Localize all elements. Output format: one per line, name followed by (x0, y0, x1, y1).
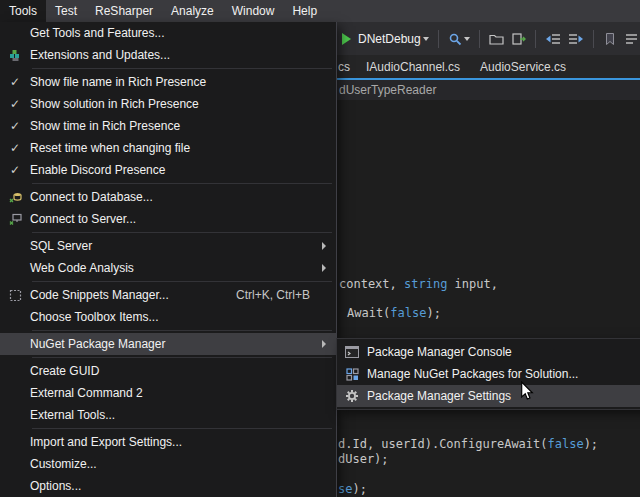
menu-window[interactable]: Window (223, 0, 284, 22)
menu-item-options[interactable]: Options... (0, 475, 336, 497)
menu-item-package-manager-settings[interactable]: Package Manager Settings (337, 385, 640, 407)
menu-item-web-code-analysis[interactable]: Web Code Analysis (0, 257, 336, 279)
menu-item-enable-discord-presence[interactable]: Enable Discord Presence (0, 159, 336, 181)
menu-item-create-guid[interactable]: Create GUID (0, 360, 336, 382)
export-file-button[interactable] (511, 32, 526, 46)
code-text: d.Id, userId).ConfigureAwait( (338, 437, 548, 451)
menu-item-label: Code Snippets Manager... (30, 288, 236, 302)
submenu-arrow-icon (322, 264, 326, 272)
console-icon (337, 346, 367, 358)
play-icon (342, 33, 351, 45)
menu-item-label: Choose Toolbox Items... (30, 310, 336, 324)
chevron-down-icon (464, 37, 470, 41)
submenu-arrow-icon (322, 340, 326, 348)
menu-item-label: External Command 2 (30, 386, 336, 400)
code-text: ); (584, 437, 598, 451)
menu-item-label: Reset time when changing file (30, 141, 336, 155)
menu-separator (32, 428, 332, 429)
code-line: context, string input, (339, 277, 498, 291)
menu-separator (32, 183, 332, 184)
menu-item-choose-toolbox-items[interactable]: Choose Toolbox Items... (0, 306, 336, 328)
code-keyword: false (548, 437, 584, 451)
menu-item-connect-to-server[interactable]: Connect to Server... (0, 208, 336, 230)
menu-item-label: Extensions and Updates... (30, 48, 336, 62)
menu-item-label: Connect to Database... (30, 190, 336, 204)
menu-item-label: Show solution in Rich Presence (30, 97, 336, 111)
bookmark-button[interactable] (603, 32, 617, 46)
code-text: input, (447, 277, 498, 291)
file-export-icon (511, 32, 526, 46)
task-list-button[interactable] (624, 32, 639, 46)
menu-separator (32, 330, 332, 331)
menu-item-show-solution-in-rich-presence[interactable]: Show solution in Rich Presence (0, 93, 336, 115)
toolbar-separator (479, 30, 480, 48)
find-dropdown-button[interactable] (448, 32, 470, 46)
menu-separator (32, 232, 332, 233)
server-connect-icon (0, 213, 30, 226)
open-folder-button[interactable] (489, 32, 504, 46)
shift-left-icon (545, 32, 561, 46)
code-line: dUser); (338, 452, 389, 466)
menu-item-label: Show time in Rich Presence (30, 119, 336, 133)
start-debugging-button[interactable] (342, 33, 351, 45)
menu-item-sql-server[interactable]: SQL Server (0, 235, 336, 257)
menu-item-label: Options... (30, 479, 336, 493)
list-icon (624, 32, 639, 46)
tools-menu: Get Tools and Features... Extensions and… (0, 22, 337, 497)
menu-item-label: Get Tools and Features... (30, 26, 336, 40)
document-tab[interactable]: IAudioChannel.cs (356, 55, 470, 78)
breadcrumb-text: dUserTypeReader (339, 83, 436, 97)
menu-item-nuget-package-manager[interactable]: NuGet Package Manager (0, 333, 336, 355)
code-keyword: se (338, 482, 352, 496)
menu-item-label: NuGet Package Manager (30, 337, 322, 351)
menu-item-get-tools-and-features[interactable]: Get Tools and Features... (0, 22, 336, 44)
code-text: dUser); (338, 452, 389, 466)
chevron-down-icon (423, 37, 429, 41)
code-text: context, (339, 277, 404, 291)
debug-target-dropdown[interactable]: DNetDebug (358, 32, 429, 46)
menu-item-show-file-name-in-rich-presence[interactable]: Show file name in Rich Presence (0, 71, 336, 93)
shift-left-button[interactable] (545, 32, 561, 46)
menu-item-manage-nuget-packages-for-solution[interactable]: Manage NuGet Packages for Solution... (337, 363, 640, 385)
code-line: se); (338, 482, 367, 496)
menu-item-label: Manage NuGet Packages for Solution... (367, 367, 640, 381)
menu-item-external-command-2[interactable]: External Command 2 (0, 382, 336, 404)
database-connect-icon (0, 191, 30, 204)
document-tab[interactable]: cs (337, 55, 356, 78)
ide-window: context, string input, Await(false); d.I… (0, 0, 640, 497)
checkmark-icon (0, 97, 30, 111)
menu-resharper[interactable]: ReSharper (86, 0, 162, 22)
menu-item-label: External Tools... (30, 408, 336, 422)
code-keyword: false (390, 306, 426, 320)
menu-item-label: Enable Discord Presence (30, 163, 336, 177)
shift-right-button[interactable] (568, 32, 584, 46)
menu-item-label: Web Code Analysis (30, 261, 322, 275)
menu-analyze[interactable]: Analyze (162, 0, 223, 22)
menu-item-customize[interactable]: Customize... (0, 453, 336, 475)
menu-item-label: SQL Server (30, 239, 322, 253)
menu-item-label: Create GUID (30, 364, 336, 378)
menu-item-label: Package Manager Settings (367, 389, 640, 403)
menu-item-code-snippets-manager[interactable]: Code Snippets Manager... Ctrl+K, Ctrl+B (0, 284, 336, 306)
code-snippets-icon (0, 289, 30, 302)
menu-test[interactable]: Test (46, 0, 86, 22)
submenu-arrow-icon (322, 242, 326, 250)
menu-separator (32, 68, 332, 69)
menu-item-connect-to-database[interactable]: Connect to Database... (0, 186, 336, 208)
menu-item-label: Connect to Server... (30, 212, 336, 226)
menu-item-package-manager-console[interactable]: Package Manager Console (337, 341, 640, 363)
menu-item-import-and-export-settings[interactable]: Import and Export Settings... (0, 431, 336, 453)
menu-item-reset-time-when-changing-file[interactable]: Reset time when changing file (0, 137, 336, 159)
menu-item-label: Show file name in Rich Presence (30, 75, 336, 89)
menu-item-shortcut: Ctrl+K, Ctrl+B (236, 288, 310, 302)
menu-item-external-tools[interactable]: External Tools... (0, 404, 336, 426)
toolbar-separator (438, 30, 439, 48)
menu-item-extensions-and-updates[interactable]: Extensions and Updates... (0, 44, 336, 66)
packages-icon (337, 368, 367, 381)
document-tab[interactable]: AudioService.cs (470, 55, 576, 78)
menu-tools[interactable]: Tools (0, 0, 46, 22)
menu-item-show-time-in-rich-presence[interactable]: Show time in Rich Presence (0, 115, 336, 137)
menu-help[interactable]: Help (283, 0, 326, 22)
bookmark-icon (603, 32, 617, 46)
toolbar-separator (593, 30, 594, 48)
